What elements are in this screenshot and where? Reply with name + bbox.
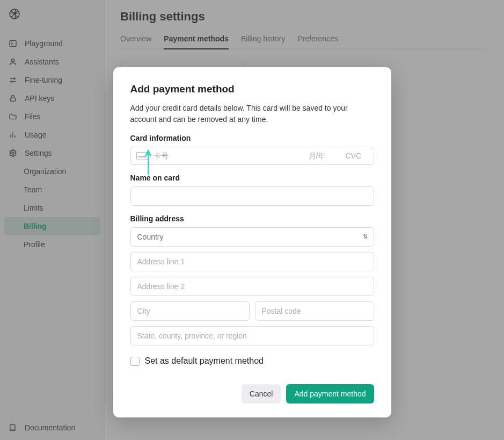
postal-code-input[interactable] xyxy=(255,301,374,321)
submit-button[interactable]: Add payment method xyxy=(286,384,374,403)
card-input-row[interactable] xyxy=(130,147,374,165)
modal-title: Add payment method xyxy=(130,83,374,95)
cancel-button[interactable]: Cancel xyxy=(242,384,281,403)
address-line2-input[interactable] xyxy=(130,277,374,296)
name-on-card-input[interactable] xyxy=(130,186,374,206)
state-input[interactable] xyxy=(130,326,374,345)
credit-card-icon xyxy=(136,152,148,160)
address-line1-input[interactable] xyxy=(130,252,374,271)
default-payment-checkbox[interactable] xyxy=(130,357,140,366)
card-number-input[interactable] xyxy=(154,152,309,160)
card-cvc-input[interactable] xyxy=(346,152,368,160)
country-select[interactable]: Country xyxy=(130,227,374,247)
modal-description: Add your credit card details below. This… xyxy=(130,103,374,125)
name-label: Name on card xyxy=(130,174,374,182)
city-input[interactable] xyxy=(130,301,250,321)
default-payment-label: Set as default payment method xyxy=(145,356,264,366)
billing-label: Billing address xyxy=(130,214,374,223)
modal-overlay[interactable]: Add payment method Add your credit card … xyxy=(0,0,504,440)
card-expiry-input[interactable] xyxy=(309,152,338,160)
add-payment-modal: Add payment method Add your credit card … xyxy=(113,67,391,417)
card-info-label: Card information xyxy=(130,134,374,142)
